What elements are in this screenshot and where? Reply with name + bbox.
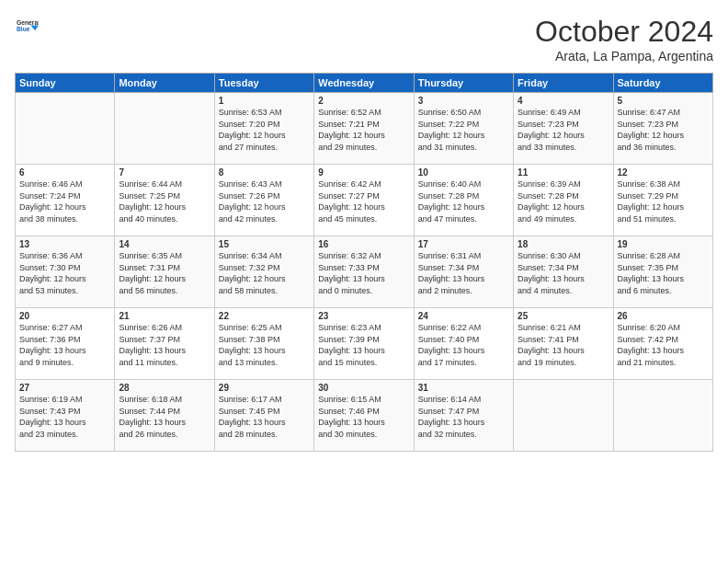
cell-info: and 2 minutes. <box>418 285 509 297</box>
cell-info: and 11 minutes. <box>119 357 210 369</box>
cell-info: and 19 minutes. <box>518 357 609 369</box>
cell-info: Sunset: 7:41 PM <box>518 334 609 346</box>
cell-info: Sunrise: 6:36 AM <box>19 250 110 262</box>
cell-info: Sunrise: 6:35 AM <box>119 250 210 262</box>
calendar-week-3: 20Sunrise: 6:27 AMSunset: 7:36 PMDayligh… <box>16 308 713 380</box>
day-number: 31 <box>418 383 509 393</box>
cell-info: Sunset: 7:39 PM <box>318 334 409 346</box>
calendar-cell: 13Sunrise: 6:36 AMSunset: 7:30 PMDayligh… <box>16 236 115 308</box>
cell-info: Sunset: 7:38 PM <box>219 334 310 346</box>
location-title: Arata, La Pampa, Argentina <box>535 49 713 63</box>
cell-info: Sunset: 7:21 PM <box>318 119 409 131</box>
day-number: 2 <box>318 96 409 106</box>
calendar-cell: 5Sunrise: 6:47 AMSunset: 7:23 PMDaylight… <box>613 93 712 165</box>
day-number: 24 <box>418 311 509 321</box>
cell-info: Sunrise: 6:43 AM <box>219 178 310 190</box>
cell-info: Daylight: 12 hours <box>618 130 709 142</box>
calendar-cell: 19Sunrise: 6:28 AMSunset: 7:35 PMDayligh… <box>613 236 712 308</box>
cell-info: Sunrise: 6:20 AM <box>618 322 709 334</box>
cell-info: Sunset: 7:45 PM <box>219 406 310 418</box>
cell-info: Sunset: 7:24 PM <box>19 190 110 202</box>
cell-info: Sunset: 7:31 PM <box>119 262 210 274</box>
cell-info: Sunrise: 6:19 AM <box>19 394 110 406</box>
cell-info: Sunset: 7:23 PM <box>618 119 709 131</box>
calendar-cell: 6Sunrise: 6:46 AMSunset: 7:24 PMDaylight… <box>16 165 115 236</box>
logo: General Blue <box>15 15 39 40</box>
cell-info: Daylight: 13 hours <box>618 345 709 357</box>
cell-info: Sunrise: 6:49 AM <box>518 107 609 119</box>
cell-info: Daylight: 12 hours <box>119 201 210 213</box>
col-saturday: Saturday <box>613 74 712 93</box>
day-number: 14 <box>119 239 210 249</box>
svg-text:General: General <box>17 19 39 26</box>
cell-info: and 42 minutes. <box>219 213 310 225</box>
cell-info: Sunset: 7:28 PM <box>418 190 509 202</box>
cell-info: and 53 minutes. <box>19 285 110 297</box>
cell-info: Sunset: 7:34 PM <box>518 262 609 274</box>
cell-info: Sunset: 7:37 PM <box>119 334 210 346</box>
col-sunday: Sunday <box>16 74 115 93</box>
cell-info: Sunset: 7:44 PM <box>119 406 210 418</box>
day-number: 11 <box>518 167 609 178</box>
cell-info: and 47 minutes. <box>418 213 509 225</box>
cell-info: and 28 minutes. <box>219 429 310 441</box>
day-number: 29 <box>219 383 310 393</box>
cell-info: and 15 minutes. <box>318 357 409 369</box>
cell-info: Sunrise: 6:15 AM <box>318 394 409 406</box>
cell-info: Sunset: 7:25 PM <box>119 190 210 202</box>
cell-info: Daylight: 12 hours <box>318 130 409 142</box>
cell-info: Sunrise: 6:26 AM <box>119 322 210 334</box>
cell-info: and 4 minutes. <box>518 285 609 297</box>
cell-info: Sunrise: 6:18 AM <box>119 394 210 406</box>
cell-info: Sunrise: 6:27 AM <box>19 322 110 334</box>
calendar-cell: 22Sunrise: 6:25 AMSunset: 7:38 PMDayligh… <box>214 308 313 380</box>
calendar-cell: 30Sunrise: 6:15 AMSunset: 7:46 PMDayligh… <box>314 380 414 452</box>
cell-info: and 0 minutes. <box>318 285 409 297</box>
day-number: 18 <box>518 239 609 249</box>
cell-info: Daylight: 12 hours <box>119 273 210 285</box>
calendar-cell <box>613 380 712 452</box>
calendar-cell: 29Sunrise: 6:17 AMSunset: 7:45 PMDayligh… <box>214 380 313 452</box>
day-number: 16 <box>318 239 409 249</box>
day-number: 9 <box>318 167 409 178</box>
cell-info: and 29 minutes. <box>318 142 409 154</box>
cell-info: Daylight: 12 hours <box>318 201 409 213</box>
cell-info: Sunset: 7:34 PM <box>418 262 509 274</box>
calendar-cell: 16Sunrise: 6:32 AMSunset: 7:33 PMDayligh… <box>314 236 414 308</box>
cell-info: Daylight: 12 hours <box>19 273 110 285</box>
day-number: 30 <box>318 383 409 393</box>
calendar-week-0: 1Sunrise: 6:53 AMSunset: 7:20 PMDaylight… <box>16 93 713 165</box>
day-number: 17 <box>418 239 509 249</box>
cell-info: and 32 minutes. <box>418 429 509 441</box>
cell-info: Daylight: 13 hours <box>318 273 409 285</box>
day-number: 3 <box>418 96 509 106</box>
cell-info: Sunrise: 6:50 AM <box>418 107 509 119</box>
cell-info: Daylight: 12 hours <box>518 130 609 142</box>
cell-info: Sunrise: 6:53 AM <box>219 107 310 119</box>
day-number: 26 <box>618 311 709 321</box>
cell-info: Sunrise: 6:30 AM <box>518 250 609 262</box>
cell-info: and 40 minutes. <box>119 213 210 225</box>
cell-info: Sunrise: 6:39 AM <box>518 178 609 190</box>
day-number: 28 <box>119 383 210 393</box>
day-number: 6 <box>19 167 110 178</box>
calendar-cell: 11Sunrise: 6:39 AMSunset: 7:28 PMDayligh… <box>514 165 613 236</box>
cell-info: Daylight: 13 hours <box>219 345 310 357</box>
cell-info: and 51 minutes. <box>618 213 709 225</box>
calendar-cell: 20Sunrise: 6:27 AMSunset: 7:36 PMDayligh… <box>16 308 115 380</box>
cell-info: Daylight: 12 hours <box>618 201 709 213</box>
cell-info: Sunrise: 6:52 AM <box>318 107 409 119</box>
calendar-cell: 3Sunrise: 6:50 AMSunset: 7:22 PMDaylight… <box>414 93 513 165</box>
cell-info: and 56 minutes. <box>119 285 210 297</box>
day-number: 27 <box>19 383 110 393</box>
cell-info: Sunrise: 6:47 AM <box>618 107 709 119</box>
cell-info: Sunset: 7:28 PM <box>518 190 609 202</box>
calendar-page: General Blue October 2024 Arata, La Pamp… <box>0 0 728 563</box>
cell-info: Sunrise: 6:17 AM <box>219 394 310 406</box>
day-number: 5 <box>618 96 709 106</box>
calendar-cell: 18Sunrise: 6:30 AMSunset: 7:34 PMDayligh… <box>514 236 613 308</box>
cell-info: Daylight: 13 hours <box>318 345 409 357</box>
cell-info: Sunset: 7:43 PM <box>19 406 110 418</box>
calendar-cell: 23Sunrise: 6:23 AMSunset: 7:39 PMDayligh… <box>314 308 414 380</box>
calendar-cell <box>514 380 613 452</box>
